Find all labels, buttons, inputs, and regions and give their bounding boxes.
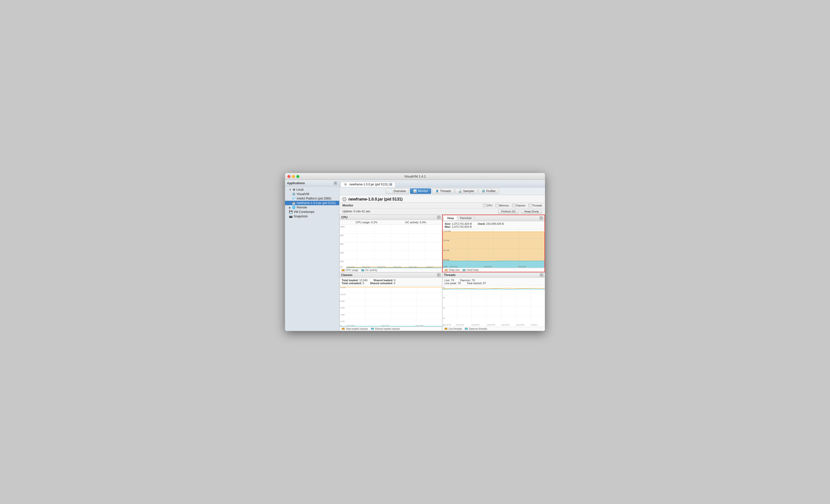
sampler-icon: 🔬	[458, 189, 462, 193]
sidebar-item-label: VM Coredumps	[294, 210, 314, 214]
threads-icon: 🧵	[435, 189, 439, 193]
sidebar-item-label: Local	[296, 188, 304, 191]
classes-panel-close[interactable]: ✕	[437, 273, 441, 277]
classes-panel-title: Classes	[341, 273, 352, 277]
cpu-usage-legend: CPU usage	[342, 269, 358, 272]
close-button[interactable]	[287, 175, 290, 178]
action-buttons: Perform GC Heap Dump	[498, 209, 542, 214]
sidebar-item-label: newframe-1.0.0.jar (pid 5131)	[297, 201, 336, 205]
tab-close-button[interactable]: ✕	[389, 183, 392, 186]
max-stat: Max: 1,073,741,824 B	[445, 225, 472, 228]
sidebar-item-intellij[interactable]: 💎 IntelliJ Platform (pid 2080)	[285, 196, 339, 201]
sidebar-item-snapshots[interactable]: 📷 Snapshots	[285, 214, 339, 219]
cb-threads[interactable]: Threads	[529, 204, 542, 207]
tab-monitor[interactable]: 📊 Monitor	[410, 189, 431, 194]
threads-panel-close[interactable]: ✕	[540, 273, 543, 277]
app-icon: ☕	[292, 201, 296, 205]
used-heap-legend-label: Used heap	[467, 269, 478, 271]
monitor-label: Monitor	[343, 204, 353, 207]
svg-text:2:50:16 PM: 2:50:16 PM	[346, 266, 354, 268]
tab-overview[interactable]: 📄 Overview	[386, 189, 409, 194]
used-heap-legend: Used heap	[462, 269, 478, 271]
maximize-button[interactable]	[296, 175, 299, 178]
memory-panel-close[interactable]: ✕	[540, 216, 543, 220]
sidebar-close-button[interactable]: ✕	[334, 181, 337, 185]
sidebar-item-visualvm[interactable]: ⚙️ VisualVM	[285, 192, 339, 196]
tab-sampler[interactable]: 🔬 Sampler	[455, 189, 477, 194]
main-window: VisualVM 1.4.1 Applications ✕ ▼ 🖥 Local …	[285, 173, 545, 331]
cpu-usage-legend-label: CPU usage	[346, 269, 358, 272]
total-loaded-label: Total loaded:	[342, 279, 358, 282]
classes-legend: Total loaded classes Shared loaded class…	[340, 327, 442, 331]
cb-classes[interactable]: Classes	[512, 204, 525, 207]
threads-stats: Live: 79 Daemon: 76 Live peak: 79	[443, 278, 545, 286]
cpu-usage-label: CPU usage:	[356, 221, 370, 224]
max-label: Max:	[445, 225, 451, 228]
titlebar: VisualVM 1.4.1	[285, 173, 545, 180]
total-unloaded-value: 0	[362, 282, 364, 285]
uptime-value: 0 min 41 sec	[354, 210, 371, 213]
svg-text:2:50:24 PM: 2:50:24 PM	[516, 324, 524, 326]
threads-panel-header: Threads ✕	[443, 273, 545, 278]
memory-legend: Heap size Used heap	[443, 268, 544, 272]
max-value: 1,073,741,824 B	[452, 225, 472, 228]
total-loaded-stat: Total loaded: 12,545	[342, 279, 368, 282]
shared-loaded-value: 0	[394, 279, 395, 282]
process-header: ↻ newframe-1.0.0.jar (pid 5131)	[340, 195, 545, 203]
heap-dump-button[interactable]: Heap Dump	[521, 209, 542, 214]
classes-checkbox[interactable]	[512, 204, 515, 207]
sidebar-item-newframe[interactable]: ☕ newframe-1.0.0.jar (pid 5131)	[285, 201, 339, 205]
sidebar-item-local[interactable]: ▼ 🖥 Local	[285, 188, 339, 192]
content-area: ☕ newframe-1.0.0.jar (pid 5131) ✕ 📄 Over…	[340, 180, 545, 331]
daemon-stat: Daemon: 76	[460, 279, 475, 282]
svg-text:500 MB: 500 MB	[443, 249, 449, 251]
size-label: Size:	[445, 222, 451, 225]
profiler-icon: ⚙️	[482, 189, 485, 193]
heap-size-legend: Heap size	[445, 269, 459, 271]
perform-gc-button[interactable]: Perform GC	[498, 209, 519, 214]
tab-label: Sampler	[463, 189, 474, 193]
svg-text:80: 80	[443, 287, 445, 289]
uptime-text: Uptime: 0 min 41 sec	[343, 210, 371, 213]
tab-threads[interactable]: 🧵 Threads	[432, 189, 454, 194]
folder-icon: 🖥	[292, 188, 295, 191]
minimize-button[interactable]	[292, 175, 295, 178]
tab-profiler[interactable]: ⚙️ Profiler	[478, 189, 499, 194]
svg-text:2:50:20 PM: 2:50:20 PM	[381, 325, 389, 327]
cpu-label: CPU	[487, 204, 492, 207]
threads-stats-row2: Live peak: 79 Total started: 87	[444, 282, 543, 285]
tab-label: Overview	[393, 189, 406, 193]
size-stat: Size: 1,073,741,824 B	[445, 222, 472, 225]
cpu-stats: CPU usage: 0.2% GC activity: 0.0%	[340, 220, 442, 225]
threads-checkbox[interactable]	[529, 204, 531, 207]
sidebar-item-remote[interactable]: ▶ 🌐 Remote	[285, 205, 339, 210]
svg-text:4,000: 4,000	[340, 314, 345, 316]
monitor-checkboxes: CPU Memory Classes Threads	[483, 204, 542, 207]
cb-cpu[interactable]: CPU	[483, 204, 492, 207]
total-started-stat: Total started: 87	[467, 282, 486, 285]
sidebar-item-vm-coredumps[interactable]: 💾 VM Coredumps	[285, 210, 339, 214]
app-icon: ⚙️	[292, 192, 296, 196]
svg-text:10,000: 10,000	[340, 293, 346, 296]
svg-text:12,000: 12,000	[340, 287, 346, 289]
cpu-checkbox[interactable]	[483, 204, 486, 207]
heap-tab[interactable]: Heap	[444, 216, 457, 220]
threads-chart: 80 60 40 20 0 2:50:14 PM 2:50:16 PM	[443, 286, 545, 327]
classes-stats-row1: Total loaded: 12,545 Shared loaded: 0	[342, 279, 440, 282]
cpu-panel-header: CPU ✕	[340, 215, 442, 220]
threads-panel-title: Threads	[444, 273, 456, 277]
tab-label: newframe-1.0.0.jar (pid 5131)	[349, 183, 388, 186]
svg-text:6,000: 6,000	[340, 307, 345, 309]
cb-memory[interactable]: Memory	[496, 204, 509, 207]
shared-unloaded-value: 0	[394, 282, 395, 285]
threads-label: Threads	[532, 204, 542, 207]
threads-panel: Threads ✕ Live: 79 Daemon: 76	[442, 272, 545, 331]
sidebar-header: Applications ✕	[285, 180, 339, 187]
memory-checkbox[interactable]	[496, 204, 499, 207]
refresh-icon: ↻	[343, 197, 346, 201]
snapshot-icon: 📷	[289, 214, 293, 218]
daemon-value: 76	[472, 279, 475, 282]
permgen-tab[interactable]: PermGen	[457, 216, 475, 220]
cpu-panel-close[interactable]: ✕	[437, 215, 441, 219]
file-tab-newframe[interactable]: ☕ newframe-1.0.0.jar (pid 5131) ✕	[341, 182, 395, 187]
